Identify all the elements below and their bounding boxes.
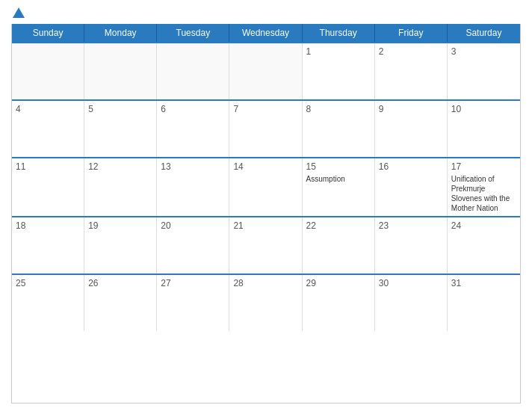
day-number: 8 (306, 104, 371, 114)
calendar-page: SundayMondayTuesdayWednesdayThursdayFrid… (0, 0, 532, 411)
day-number: 24 (451, 220, 516, 231)
day-number: 21 (233, 220, 297, 231)
day-header-tuesday: Tuesday (157, 24, 229, 42)
day-cell: 4 (12, 101, 84, 157)
day-number: 20 (161, 220, 225, 231)
day-number: 18 (16, 220, 80, 231)
day-cell: 20 (157, 217, 229, 274)
day-cell: 15Assumption (303, 158, 375, 216)
day-cell (229, 43, 302, 99)
week-row-4: 18192021222324 (12, 216, 520, 274)
day-number: 28 (233, 278, 297, 288)
day-header-thursday: Thursday (303, 24, 375, 42)
day-number: 7 (233, 104, 297, 114)
day-number: 13 (161, 161, 225, 172)
week-row-3: 1112131415Assumption1617Unification of P… (12, 157, 520, 216)
day-cell: 6 (157, 101, 229, 157)
day-number: 2 (379, 46, 443, 57)
week-row-1: 123 (12, 42, 520, 99)
day-number: 30 (379, 278, 443, 288)
day-cell: 12 (84, 158, 157, 216)
logo (11, 7, 25, 18)
day-number: 6 (161, 104, 225, 114)
day-number: 23 (379, 220, 443, 231)
day-header-saturday: Saturday (448, 24, 520, 42)
day-cell (12, 43, 84, 99)
day-number: 26 (88, 278, 152, 288)
day-number: 3 (451, 46, 516, 57)
day-number: 4 (16, 104, 80, 114)
day-number: 5 (88, 104, 152, 114)
day-number: 16 (379, 161, 443, 172)
day-header-sunday: Sunday (12, 24, 84, 42)
day-cell: 11 (12, 158, 84, 216)
day-number: 29 (306, 278, 371, 288)
day-cell: 29 (303, 275, 375, 331)
day-number: 10 (451, 104, 516, 114)
day-cell: 5 (84, 101, 157, 157)
day-cell: 8 (303, 101, 375, 157)
day-cell: 22 (303, 217, 375, 274)
day-cell: 14 (229, 158, 302, 216)
day-number: 25 (16, 278, 80, 288)
day-cell: 9 (375, 101, 448, 157)
day-cell: 2 (375, 43, 448, 99)
week-row-5: 25262728293031 (12, 274, 520, 331)
calendar: SundayMondayTuesdayWednesdayThursdayFrid… (11, 24, 521, 404)
day-cell: 27 (157, 275, 229, 331)
event-label: Unification of Prekmurje Slovenes with t… (451, 174, 516, 213)
day-cell: 16 (375, 158, 448, 216)
day-cell: 30 (375, 275, 448, 331)
day-cell: 28 (229, 275, 302, 331)
day-cell: 3 (448, 43, 520, 99)
day-cell (84, 43, 157, 99)
week-row-2: 45678910 (12, 99, 520, 157)
logo-triangle-icon (13, 7, 25, 18)
day-number: 19 (88, 220, 152, 231)
day-header-friday: Friday (375, 24, 448, 42)
day-number: 27 (161, 278, 225, 288)
day-header-monday: Monday (84, 24, 157, 42)
day-number: 1 (306, 46, 371, 57)
day-cell: 17Unification of Prekmurje Slovenes with… (448, 158, 520, 216)
day-cell: 23 (375, 217, 448, 274)
day-cell: 1 (303, 43, 375, 99)
event-label: Assumption (306, 174, 371, 184)
day-cell: 18 (12, 217, 84, 274)
day-number: 31 (451, 278, 516, 288)
header (11, 7, 521, 18)
day-number: 9 (379, 104, 443, 114)
day-cell: 26 (84, 275, 157, 331)
day-cell: 7 (229, 101, 302, 157)
day-headers-row: SundayMondayTuesdayWednesdayThursdayFrid… (12, 24, 520, 42)
day-number: 17 (451, 161, 516, 172)
day-cell: 21 (229, 217, 302, 274)
day-number: 22 (306, 220, 371, 231)
day-cell: 13 (157, 158, 229, 216)
day-number: 12 (88, 161, 152, 172)
day-number: 14 (233, 161, 297, 172)
calendar-body: 123456789101112131415Assumption1617Unifi… (12, 42, 520, 331)
day-number: 15 (306, 161, 371, 172)
day-cell: 25 (12, 275, 84, 331)
day-cell: 19 (84, 217, 157, 274)
day-cell: 31 (448, 275, 520, 331)
day-number: 11 (16, 161, 80, 172)
day-header-wednesday: Wednesday (229, 24, 302, 42)
day-cell (157, 43, 229, 99)
day-cell: 10 (448, 101, 520, 157)
day-cell: 24 (448, 217, 520, 274)
